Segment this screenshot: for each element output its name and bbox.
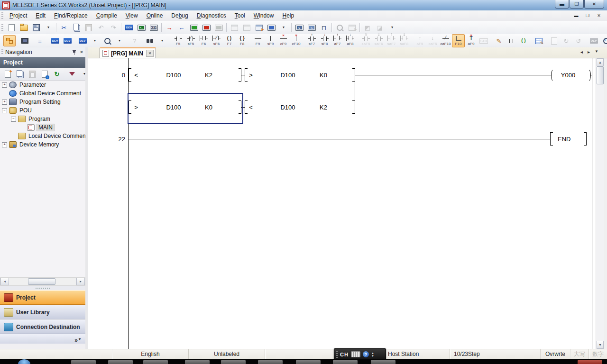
rising-pulse-button[interactable]: ↑sF7 <box>305 34 318 47</box>
find-replace-button[interactable] <box>101 35 113 46</box>
tree-item-label[interactable]: Parameter <box>18 82 47 88</box>
tree-item-label[interactable]: Local Device Comment <box>28 133 85 139</box>
horizontal-line-button[interactable]: F9 <box>251 34 264 47</box>
open-contact-button[interactable]: F5 <box>172 34 184 47</box>
save-options-button[interactable]: ▾ <box>42 22 55 33</box>
close-button[interactable]: ✕ <box>584 0 604 9</box>
tree-expander-icon[interactable]: − <box>2 108 7 113</box>
scrollbar-thumb[interactable] <box>28 278 55 285</box>
delete-horizontal-line-button[interactable]: ×cF9 <box>277 34 290 47</box>
write-to-plc-button[interactable]: → <box>163 22 175 33</box>
scroll-right-icon[interactable]: ▸ <box>76 278 85 285</box>
tree-item-local-device-comment[interactable]: Local Device Comment <box>0 132 85 140</box>
delete-line-button[interactable]: ∕caF10 <box>439 34 452 47</box>
menu-find-replace[interactable]: Find/Replace <box>50 11 92 20</box>
sort-filter-button[interactable] <box>66 68 78 80</box>
taskbar-item[interactable] <box>333 360 358 364</box>
new-data-button[interactable]: + <box>1 68 14 80</box>
device-batch-replace-button[interactable]: DEV <box>61 35 74 46</box>
open-button[interactable] <box>18 22 30 33</box>
ime-help-icon[interactable]: ? <box>363 351 369 357</box>
delete-edit-line-button[interactable]: T×aF9 <box>465 34 478 47</box>
refresh-view-button[interactable]: ↻ <box>51 68 63 80</box>
device-display-button[interactable]: DEV <box>76 35 89 46</box>
close-branch-button[interactable]: ∕sF6 <box>210 34 223 47</box>
ime-grip[interactable] <box>336 351 338 358</box>
cursor-selection-box[interactable] <box>128 93 243 124</box>
navigation-window-button[interactable] <box>3 35 16 46</box>
falling-pulse-branch-button[interactable]: ↓aF8 <box>344 34 357 47</box>
taskbar-item[interactable] <box>296 360 321 364</box>
tree-item-global-device-comment[interactable]: Global Device Comment <box>0 89 85 98</box>
menu-tool[interactable]: Tool <box>230 11 249 20</box>
view-chevron[interactable]: »▾ <box>0 334 85 344</box>
taskbar-item[interactable] <box>221 360 246 364</box>
inline-structured-text-button[interactable]: ✎ <box>493 35 505 46</box>
find-menu-button[interactable]: ▾ <box>113 35 126 46</box>
device-display-menu-button[interactable]: ▾ <box>89 35 101 46</box>
rising-pulse-branch-button[interactable]: ↑aF7 <box>331 34 344 47</box>
menu-view[interactable]: View <box>121 11 142 20</box>
ime-language-label[interactable]: CH <box>340 352 349 357</box>
taskbar-item[interactable] <box>71 360 96 364</box>
find-button[interactable] <box>144 35 156 46</box>
watch-start-button[interactable]: ∿ <box>305 22 318 33</box>
windows-taskbar[interactable] <box>0 359 607 364</box>
minimize-button[interactable]: ▬ <box>555 0 569 9</box>
tab-list-icon[interactable]: ▼ <box>595 49 598 55</box>
tree-item-program[interactable]: −Program <box>0 115 85 123</box>
tab-prg-main[interactable]: [PRG] MAIN ✕ <box>100 47 156 58</box>
edit-line-button[interactable]: F10 <box>452 34 465 47</box>
close-panel-icon[interactable]: ✕ <box>78 49 85 55</box>
ime-options-icon[interactable]: ▲▼ <box>371 352 374 357</box>
scroll-up-icon[interactable]: ▲ <box>597 58 604 66</box>
tree-item-label[interactable]: POU <box>18 107 33 114</box>
restore-button[interactable]: ❐ <box>570 0 584 9</box>
ladder-canvas[interactable]: 0<D100K2>D100K0Y000>D100K0<D100K222END <box>88 58 596 349</box>
device-search-button[interactable]: DEV <box>49 35 61 46</box>
tree-item-label[interactable]: MAIN <box>37 124 55 131</box>
copy-button[interactable] <box>70 22 83 33</box>
tab-close-icon[interactable]: ✕ <box>146 50 154 57</box>
edit-coil-button[interactable]: ( ) <box>517 35 530 46</box>
device-comment-edit-button[interactable]: ✎ <box>533 35 545 46</box>
falling-pulse-button[interactable]: ↓sF8 <box>318 34 331 47</box>
taskbar-item[interactable] <box>578 360 602 364</box>
tab-scroll-right-icon[interactable]: ▸ <box>588 49 590 55</box>
tree-item-label[interactable]: Global Device Comment <box>18 90 82 97</box>
tree-item-parameter[interactable]: +Parameter <box>0 81 85 89</box>
view-overflow-button[interactable]: ▾ <box>156 35 168 46</box>
pulse-display-button[interactable]: ⊓ <box>318 22 330 33</box>
cut-button[interactable]: ✂ <box>58 22 70 33</box>
view-button-user-library[interactable]: User Library <box>0 305 85 319</box>
scroll-left-icon[interactable]: ◂ <box>0 278 9 285</box>
tree-expander-icon[interactable]: + <box>2 100 7 105</box>
tree-expander-icon[interactable]: + <box>2 142 7 147</box>
start-orb[interactable] <box>18 359 30 364</box>
vertical-scrollbar[interactable]: ▲ ▼ <box>596 58 604 349</box>
vertical-line-button[interactable]: sF9 <box>264 34 277 47</box>
edit-contact-button[interactable] <box>505 35 517 46</box>
copy-data-button[interactable] <box>14 68 26 80</box>
menu-window[interactable]: Window <box>249 11 278 20</box>
taskbar-item[interactable] <box>108 360 133 364</box>
tree-item-label[interactable]: Program Setting <box>18 99 62 105</box>
tree-item-label[interactable]: Program <box>28 116 51 122</box>
menu-diagnostics[interactable]: Diagnostics <box>193 11 230 20</box>
device-list-button[interactable]: KEY <box>147 22 160 33</box>
menu-debug[interactable]: Debug <box>167 11 192 20</box>
splitter-handle[interactable] <box>0 286 85 290</box>
view-button-connection-destination[interactable]: Connection Destination <box>0 319 85 334</box>
standard-overflow-button[interactable]: ▾ <box>277 22 290 33</box>
menu-project[interactable]: Project <box>5 11 31 20</box>
read-from-plc-button[interactable]: ← <box>175 22 188 33</box>
comment-display-button[interactable]: ≡ <box>34 35 46 46</box>
nav-horizontal-scrollbar[interactable]: ◂ ▸ <box>0 277 85 286</box>
coil-button[interactable]: ( )F7 <box>223 34 236 47</box>
mdi-close-button[interactable]: ✕ <box>595 12 603 19</box>
docking-overflow-button[interactable]: ▾ <box>386 22 398 33</box>
taskbar-item[interactable] <box>185 360 210 364</box>
monitor-stop-button[interactable] <box>200 22 212 33</box>
keyboard-icon[interactable] <box>351 351 360 357</box>
tree-expander-icon[interactable]: − <box>11 117 16 122</box>
